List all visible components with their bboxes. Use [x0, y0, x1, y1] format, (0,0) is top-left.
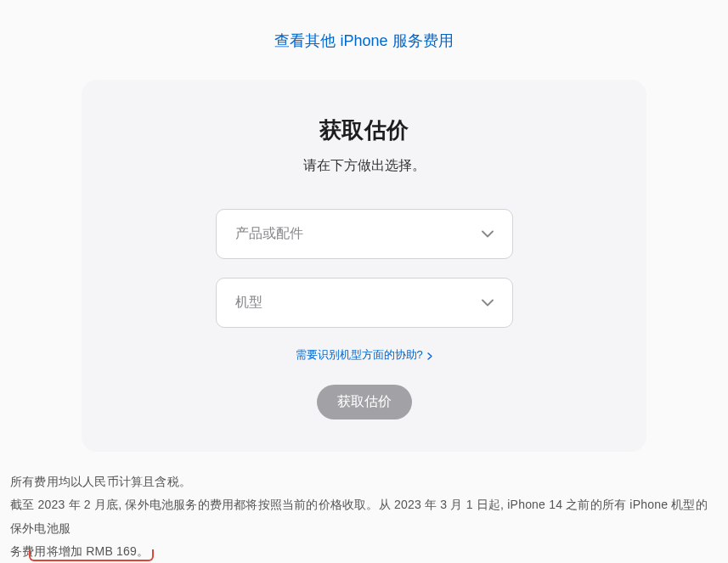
card-subtitle: 请在下方做出选择。: [116, 157, 612, 175]
footnote-price-change-part-a: 截至 2023 年 2 月底, 保外电池服务的费用都将按照当前的价格收取。从 2…: [10, 498, 708, 534]
product-select[interactable]: 产品或配件: [216, 209, 513, 259]
footnote-price-change-highlight: 务费用将增加 RMB 169。: [10, 544, 149, 558]
model-select-placeholder: 机型: [235, 294, 262, 312]
product-select-placeholder: 产品或配件: [235, 225, 303, 243]
chevron-down-icon: [482, 230, 494, 238]
submit-row: 获取估价: [116, 385, 612, 419]
footnote-tax: 所有费用均以人民币计算且含税。: [10, 470, 718, 493]
get-estimate-button[interactable]: 获取估价: [317, 385, 412, 419]
chevron-right-icon: [427, 351, 432, 361]
help-identify-model-link[interactable]: 需要识别机型方面的协助?: [296, 348, 433, 361]
chevron-down-icon: [482, 299, 494, 307]
footnote-price-change-part-b: 务费用将增加 RMB 169。: [10, 544, 149, 558]
view-other-services-link[interactable]: 查看其他 iPhone 服务费用: [274, 32, 453, 49]
view-other-services-link-row: 查看其他 iPhone 服务费用: [8, 0, 720, 71]
help-link-label: 需要识别机型方面的协助?: [296, 348, 423, 361]
card-title: 获取估价: [116, 115, 612, 145]
model-select[interactable]: 机型: [216, 278, 513, 328]
footnotes: 所有费用均以人民币计算且含税。 截至 2023 年 2 月底, 保外电池服务的费…: [8, 470, 720, 563]
help-identify-model-row: 需要识别机型方面的协助?: [116, 346, 612, 363]
estimate-card: 获取估价 请在下方做出选择。 产品或配件 机型 需要识别机型方面的协助? 获取估…: [82, 80, 646, 452]
footnote-price-change: 截至 2023 年 2 月底, 保外电池服务的费用都将按照当前的价格收取。从 2…: [10, 493, 718, 563]
